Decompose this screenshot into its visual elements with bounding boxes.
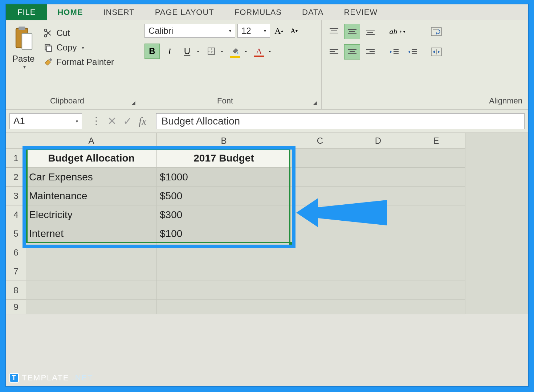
column-header-d[interactable]: D [349, 133, 407, 149]
orientation-button[interactable]: ab ↗ ▾ [386, 24, 408, 39]
cut-button[interactable]: Cut [43, 28, 114, 38]
cell-d2[interactable] [349, 168, 407, 187]
cell-e4[interactable] [407, 205, 465, 224]
borders-button[interactable] [203, 44, 219, 59]
align-middle-button[interactable] [344, 24, 360, 39]
tab-file[interactable]: FILE [6, 4, 47, 20]
cell-a6[interactable] [26, 243, 157, 262]
cell-a8[interactable] [26, 281, 157, 300]
cell-d9[interactable] [349, 300, 407, 314]
cell-c1[interactable] [291, 149, 349, 168]
italic-button[interactable]: I [162, 44, 177, 59]
cancel-formula-button[interactable]: ✕ [107, 115, 117, 127]
increase-font-size-button[interactable]: A▴ [272, 24, 285, 37]
borders-dropdown[interactable]: ▾ [219, 44, 225, 59]
column-header-c[interactable]: C [291, 133, 349, 149]
column-header-e[interactable]: E [407, 133, 465, 149]
cell-d8[interactable] [349, 281, 407, 300]
row-header-1[interactable]: 1 [6, 149, 26, 168]
align-bottom-button[interactable] [362, 24, 378, 39]
tab-data[interactable]: DATA [292, 4, 334, 20]
row-header-9[interactable]: 9 [6, 300, 26, 314]
cell-d1[interactable] [349, 149, 407, 168]
merge-center-button[interactable] [428, 44, 444, 60]
decrease-font-size-button[interactable]: A▾ [288, 24, 301, 37]
paste-button[interactable]: Paste ▾ [10, 24, 37, 71]
cell-e5[interactable] [407, 224, 465, 243]
cell-b3[interactable]: $500 [157, 187, 291, 205]
cell-e8[interactable] [407, 281, 465, 300]
column-header-a[interactable]: A [26, 133, 157, 149]
cell-e7[interactable] [407, 262, 465, 281]
bold-button[interactable]: B [144, 44, 160, 59]
cell-a1[interactable]: Budget Allocation [26, 149, 157, 168]
name-box[interactable]: A1 ▾ [9, 113, 82, 129]
cell-b1[interactable]: 2017 Budget [157, 149, 291, 168]
cell-a3[interactable]: Maintenance [26, 187, 157, 205]
cell-d7[interactable] [349, 262, 407, 281]
increase-indent-button[interactable] [404, 44, 420, 60]
font-color-dropdown[interactable]: ▾ [266, 44, 273, 59]
dialog-launcher-icon[interactable]: ◢ [124, 100, 135, 106]
tab-page-layout[interactable]: PAGE LAYOUT [145, 4, 224, 20]
underline-button[interactable]: U [179, 44, 195, 59]
row-header-8[interactable]: 8 [6, 281, 26, 300]
svg-marker-40 [296, 198, 387, 227]
align-right-button[interactable] [362, 44, 378, 60]
tab-review[interactable]: REVIEW [334, 4, 388, 20]
align-left-button[interactable] [326, 44, 342, 60]
row-header-4[interactable]: 4 [6, 205, 26, 224]
decrease-indent-button[interactable] [386, 44, 402, 60]
tab-formulas[interactable]: FORMULAS [224, 4, 292, 20]
cell-c9[interactable] [291, 300, 349, 314]
copy-button[interactable]: Copy ▾ [43, 42, 114, 53]
cell-e3[interactable] [407, 187, 465, 205]
cell-e2[interactable] [407, 168, 465, 187]
cell-d6[interactable] [349, 243, 407, 262]
cell-c6[interactable] [291, 243, 349, 262]
cell-a7[interactable] [26, 262, 157, 281]
align-center-button[interactable] [344, 44, 360, 60]
column-header-b[interactable]: B [157, 133, 291, 149]
cell-a4[interactable]: Electricity [26, 205, 157, 224]
cell-b4[interactable]: $300 [157, 205, 291, 224]
cell-b5[interactable]: $100 [157, 224, 291, 243]
formula-input[interactable]: Budget Allocation [156, 113, 525, 129]
cell-c8[interactable] [291, 281, 349, 300]
font-name-combo[interactable]: Calibri ▾ [144, 24, 235, 38]
underline-dropdown[interactable]: ▾ [195, 44, 201, 59]
cell-e1[interactable] [407, 149, 465, 168]
tab-home[interactable]: HOME [47, 4, 93, 20]
cell-a9[interactable] [26, 300, 157, 314]
cell-b7[interactable] [157, 262, 291, 281]
selection-fill-handle[interactable] [289, 242, 293, 245]
align-top-button[interactable] [326, 24, 342, 39]
accept-formula-button[interactable]: ✓ [123, 115, 132, 127]
fx-button[interactable]: fx [139, 115, 147, 127]
fill-color-dropdown[interactable]: ▾ [242, 44, 249, 59]
font-color-button[interactable]: A [251, 44, 266, 59]
row-header-3[interactable]: 3 [6, 187, 26, 205]
row-header-2[interactable]: 2 [6, 168, 26, 187]
format-painter-label: Format Painter [56, 57, 114, 67]
font-size-combo[interactable]: 12 ▾ [237, 24, 270, 38]
cell-e6[interactable] [407, 243, 465, 262]
tab-insert[interactable]: INSERT [93, 4, 144, 20]
cell-e9[interactable] [407, 300, 465, 314]
row-header-6[interactable]: 6 [6, 243, 26, 262]
cell-b2[interactable]: $1000 [157, 168, 291, 187]
cell-b9[interactable] [157, 300, 291, 314]
cell-c7[interactable] [291, 262, 349, 281]
select-all-corner[interactable] [6, 133, 26, 149]
format-painter-button[interactable]: Format Painter [43, 57, 114, 67]
cell-b8[interactable] [157, 281, 291, 300]
cell-a2[interactable]: Car Expenses [26, 168, 157, 187]
row-header-7[interactable]: 7 [6, 262, 26, 281]
cell-b6[interactable] [157, 243, 291, 262]
wrap-text-button[interactable] [428, 24, 444, 39]
fill-color-button[interactable] [227, 44, 242, 59]
cell-c2[interactable] [291, 168, 349, 187]
cell-a5[interactable]: Internet [26, 224, 157, 243]
row-header-5[interactable]: 5 [6, 224, 26, 243]
dialog-launcher-icon[interactable]: ◢ [306, 100, 317, 106]
